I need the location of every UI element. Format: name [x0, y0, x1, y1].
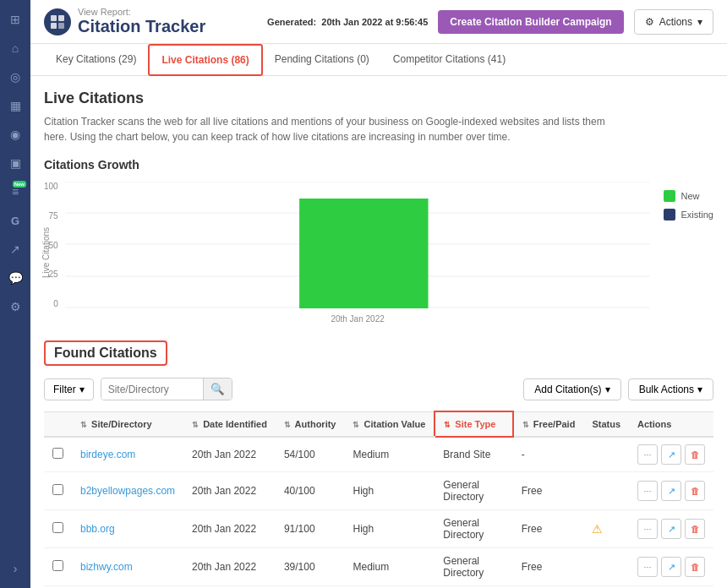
x-axis-label: 20th Jan 2022: [65, 314, 651, 324]
tab-competitor-citations[interactable]: Competitor Citations (41): [381, 45, 517, 75]
delete-button[interactable]: 🗑: [685, 557, 705, 577]
table-row: bbb.org 20th Jan 2022 91/100 High Genera…: [44, 510, 713, 548]
col-type[interactable]: ⇅ Site Type: [435, 411, 512, 437]
search-box: 🔍: [101, 378, 232, 400]
new-badge: New: [13, 181, 26, 188]
col-value[interactable]: ⇅ Citation Value: [344, 411, 435, 437]
create-campaign-button[interactable]: Create Citation Builder Campaign: [438, 10, 623, 34]
row-checkbox-cell: [44, 472, 72, 510]
col-status-label: Status: [592, 419, 620, 429]
legend-new: New: [664, 190, 713, 202]
row-checkbox-cell: [44, 548, 72, 586]
bar-chart-icon[interactable]: ▦: [3, 93, 28, 118]
legend-existing-label: Existing: [681, 210, 713, 220]
site-link[interactable]: bizhwy.com: [80, 561, 133, 573]
row-date: 20th Jan 2022: [183, 510, 276, 548]
chevron-filter-icon: ▾: [79, 384, 85, 395]
row-value: Medium: [344, 548, 435, 586]
more-button[interactable]: ···: [637, 557, 658, 577]
row-date: 20th Jan 2022: [183, 437, 276, 472]
row-checkbox-cell: [44, 437, 72, 472]
chart-container: 100 75 50 25 0 Live Citations: [44, 182, 713, 324]
add-chevron-icon: ▾: [605, 384, 610, 395]
delete-button[interactable]: 🗑: [685, 481, 705, 501]
sidebar: ⊞ ⌂ ◎ ▦ ◉ ▣ ≡ New G ↗ 💬 ⚙ ›: [0, 0, 30, 588]
tab-key-citations[interactable]: Key Citations (29): [44, 45, 148, 75]
row-checkbox[interactable]: [52, 560, 63, 571]
bulk-actions-button[interactable]: Bulk Actions ▾: [628, 378, 713, 400]
col-actions-label: Actions: [637, 419, 671, 429]
row-site: b2byellowpages.com: [72, 472, 183, 510]
row-checkbox[interactable]: [52, 522, 63, 533]
share-button[interactable]: ↗: [661, 444, 681, 465]
settings-icon[interactable]: ⚙: [3, 294, 28, 319]
row-type: General Directory: [435, 548, 512, 586]
page-title: Citation Tracker: [78, 17, 205, 36]
site-link[interactable]: b2byellowpages.com: [80, 485, 175, 497]
chat-icon[interactable]: 💬: [3, 265, 28, 291]
col-authority[interactable]: ⇅ Authority: [276, 411, 345, 437]
row-site: bizhwy.com: [72, 548, 183, 586]
svg-rect-2: [51, 23, 57, 29]
live-citations-desc: Citation Tracker scans the web for all l…: [44, 114, 713, 144]
row-value: Medium: [344, 437, 435, 472]
chevron-down-icon: ▾: [697, 16, 702, 28]
more-button[interactable]: ···: [637, 444, 658, 465]
row-freepaid: -: [513, 437, 584, 472]
col-value-label: Citation Value: [364, 419, 426, 429]
col-authority-label: Authority: [295, 419, 336, 429]
delete-button[interactable]: 🗑: [685, 444, 705, 465]
topbar-title-group: View Report: Citation Tracker: [78, 7, 205, 36]
delete-button[interactable]: 🗑: [685, 519, 705, 539]
google-icon[interactable]: G: [3, 208, 28, 233]
share-button[interactable]: ↗: [661, 481, 681, 501]
content-area: Live Citations Citation Tracker scans th…: [30, 76, 727, 588]
add-citation-button[interactable]: Add Citation(s) ▾: [523, 378, 620, 400]
col-freepaid-label: Free/Paid: [533, 419, 576, 429]
chart-title: Citations Growth: [44, 158, 713, 172]
share-button[interactable]: ↗: [661, 519, 681, 539]
add-citation-label: Add Citation(s): [534, 384, 601, 395]
generated-date: 20th Jan 2022 at 9:56:45: [321, 17, 428, 27]
bulk-actions-label: Bulk Actions: [639, 384, 694, 395]
row-authority: 54/100: [276, 437, 345, 472]
col-site[interactable]: ⇅ Site/Directory: [72, 411, 183, 437]
map-pin-icon[interactable]: ◉: [3, 122, 28, 147]
row-type: Brand Site: [435, 437, 512, 472]
actions-cell: ··· ↗ 🗑: [637, 519, 705, 539]
expand-icon[interactable]: ›: [3, 556, 28, 581]
filter-left: Filter ▾ 🔍: [44, 378, 232, 400]
home-icon[interactable]: ⌂: [3, 35, 28, 61]
grid-icon[interactable]: ⊞: [3, 7, 28, 32]
bulk-chevron-icon: ▾: [697, 384, 702, 395]
actions-cell: ··· ↗ 🗑: [637, 481, 705, 501]
row-value: High: [344, 510, 435, 548]
legend-new-color: [664, 190, 675, 202]
tab-live-citations[interactable]: Live Citations (86): [148, 44, 262, 76]
analytics-icon[interactable]: ↗: [3, 237, 28, 262]
citations-tbody: birdeye.com 20th Jan 2022 54/100 Medium …: [44, 437, 713, 588]
more-button[interactable]: ···: [637, 519, 658, 539]
row-checkbox[interactable]: [52, 484, 63, 495]
search-button[interactable]: 🔍: [203, 378, 232, 400]
tag-icon[interactable]: ▣: [3, 150, 28, 176]
filter-right: Add Citation(s) ▾ Bulk Actions ▾: [523, 378, 713, 400]
col-type-label: Site Type: [455, 419, 495, 429]
site-link[interactable]: birdeye.com: [80, 449, 135, 460]
site-link[interactable]: bbb.org: [80, 523, 115, 535]
location-icon[interactable]: ◎: [3, 64, 28, 90]
table-row: bizhwy.com 20th Jan 2022 39/100 Medium G…: [44, 548, 713, 586]
more-button[interactable]: ···: [637, 481, 658, 501]
table-row: birdeye.com 20th Jan 2022 54/100 Medium …: [44, 437, 713, 472]
col-date[interactable]: ⇅ Date Identified: [183, 411, 276, 437]
tab-pending-citations[interactable]: Pending Citations (0): [263, 45, 381, 75]
filter-button[interactable]: Filter ▾: [44, 378, 94, 400]
list-icon[interactable]: ≡ New: [3, 179, 28, 204]
search-input[interactable]: [101, 379, 203, 400]
citations-chart: [65, 182, 651, 308]
row-checkbox[interactable]: [52, 448, 63, 459]
row-freepaid: Free: [513, 510, 584, 548]
share-button[interactable]: ↗: [661, 557, 681, 577]
col-freepaid[interactable]: ⇅ Free/Paid: [513, 411, 584, 437]
actions-button[interactable]: ⚙ Actions ▾: [634, 9, 713, 35]
